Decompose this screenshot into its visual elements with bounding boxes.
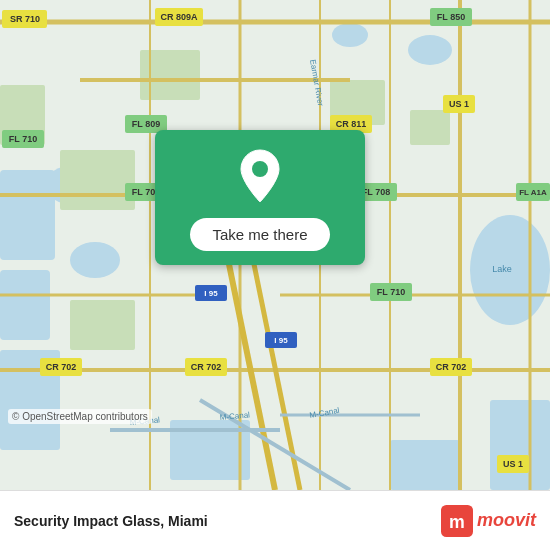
- svg-text:FL A1A: FL A1A: [519, 188, 547, 197]
- moovit-logo: m moovit: [441, 505, 536, 537]
- svg-rect-8: [390, 440, 460, 490]
- svg-point-74: [252, 161, 268, 177]
- svg-text:FL 710: FL 710: [377, 287, 405, 297]
- svg-text:FL 708: FL 708: [362, 187, 390, 197]
- svg-text:I 95: I 95: [204, 289, 218, 298]
- location-card: Take me there: [155, 130, 365, 265]
- svg-text:US 1: US 1: [503, 459, 523, 469]
- svg-text:CR 811: CR 811: [336, 119, 367, 129]
- svg-rect-13: [70, 300, 135, 350]
- svg-text:CR 702: CR 702: [191, 362, 222, 372]
- location-info: Security Impact Glass, Miami: [14, 513, 208, 529]
- map-area: SR 710 CR 809A FL 850 FL 710 FL 809 CR 8…: [0, 0, 550, 490]
- svg-text:m: m: [449, 512, 465, 532]
- svg-text:Lake: Lake: [492, 264, 512, 274]
- location-pin-icon: [236, 148, 284, 208]
- map-attribution: © OpenStreetMap contributors: [8, 409, 152, 424]
- svg-text:I 95: I 95: [274, 336, 288, 345]
- moovit-text: moovit: [477, 510, 536, 531]
- svg-text:CR 702: CR 702: [46, 362, 77, 372]
- svg-point-11: [70, 242, 120, 278]
- location-name: Security Impact Glass, Miami: [14, 513, 208, 529]
- svg-point-6: [332, 23, 368, 47]
- svg-rect-9: [490, 400, 550, 490]
- take-me-there-button[interactable]: Take me there: [190, 218, 329, 251]
- svg-text:CR 702: CR 702: [436, 362, 467, 372]
- svg-text:US 1: US 1: [449, 99, 469, 109]
- svg-rect-12: [60, 150, 135, 210]
- moovit-logo-icon: m: [441, 505, 473, 537]
- svg-text:FL 710: FL 710: [9, 134, 37, 144]
- svg-text:CR 809A: CR 809A: [160, 12, 198, 22]
- svg-rect-15: [410, 110, 450, 145]
- bottom-bar: Security Impact Glass, Miami m moovit: [0, 490, 550, 550]
- svg-point-5: [408, 35, 452, 65]
- svg-text:SR 710: SR 710: [10, 14, 40, 24]
- svg-text:FL 809: FL 809: [132, 119, 160, 129]
- svg-rect-2: [0, 270, 50, 340]
- svg-text:FL 850: FL 850: [437, 12, 465, 22]
